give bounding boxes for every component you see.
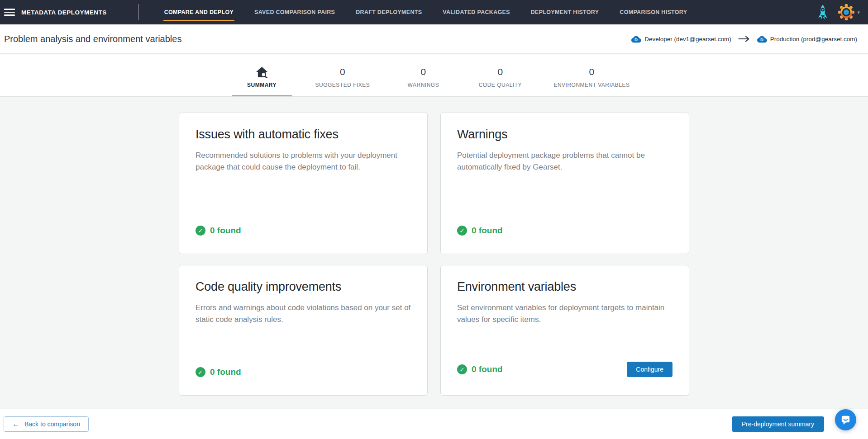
tab-environment-variables-count: 0 xyxy=(589,66,595,78)
app-brand-title: METADATA DEPLOYMENTS xyxy=(21,9,107,16)
target-org-label: Production (prod@gearset.com) xyxy=(770,36,857,42)
status-badge: ✓ 0 found xyxy=(196,367,241,377)
gearset-avatar-icon xyxy=(838,4,855,21)
nav-item-validated-packages[interactable]: VALIDATED PACKAGES xyxy=(443,0,510,24)
card-title: Environment variables xyxy=(457,280,672,294)
configure-button[interactable]: Configure xyxy=(627,362,672,377)
card-title: Warnings xyxy=(457,127,672,142)
primary-nav: COMPARE AND DEPLOY SAVED COMPARISON PAIR… xyxy=(164,0,687,24)
navbar-divider xyxy=(138,4,139,20)
status-text: 0 found xyxy=(472,364,503,374)
tab-code-quality-count: 0 xyxy=(498,66,503,78)
cloud-org-icon: D xyxy=(631,35,641,43)
rocket-icon[interactable] xyxy=(817,4,829,20)
summary-card-grid: Issues with automatic fixes Recommended … xyxy=(179,113,689,396)
check-circle-icon: ✓ xyxy=(196,226,205,236)
main-content: Issues with automatic fixes Recommended … xyxy=(0,97,868,409)
status-text: 0 found xyxy=(210,226,241,236)
tab-suggested-fixes[interactable]: 0 SUGGESTED FIXES xyxy=(309,54,377,96)
page-title: Problem analysis and environment variabl… xyxy=(4,34,181,44)
card-description: Potential deployment package problems th… xyxy=(457,150,672,173)
pre-deployment-summary-button[interactable]: Pre-deployment summary xyxy=(732,416,824,432)
org-pair: D Developer (dev1@gearset.com) D Product… xyxy=(631,35,857,43)
status-text: 0 found xyxy=(210,367,241,377)
nav-item-draft-deployments[interactable]: DRAFT DEPLOYMENTS xyxy=(356,0,422,24)
card-description: Set environment variables for deployment… xyxy=(457,302,672,325)
tab-code-quality[interactable]: 0 CODE QUALITY xyxy=(470,54,530,96)
card-title: Issues with automatic fixes xyxy=(196,127,411,142)
card-environment-variables: Environment variables Set environment va… xyxy=(440,265,689,396)
account-menu-button[interactable]: ▾ xyxy=(838,4,860,21)
nav-item-deployment-history[interactable]: DEPLOYMENT HISTORY xyxy=(531,0,599,24)
cloud-org-icon: D xyxy=(757,35,767,43)
chat-launcher-button[interactable] xyxy=(835,409,856,430)
tab-suggested-fixes-count: 0 xyxy=(340,66,345,78)
chevron-down-icon: ▾ xyxy=(857,10,860,15)
card-warnings: Warnings Potential deployment package pr… xyxy=(440,113,689,254)
check-circle-icon: ✓ xyxy=(457,364,467,374)
tab-summary[interactable]: SUMMARY xyxy=(232,54,292,96)
page-header: Problem analysis and environment variabl… xyxy=(0,24,868,54)
nav-item-compare-and-deploy[interactable]: COMPARE AND DEPLOY xyxy=(164,0,234,24)
svg-text:D: D xyxy=(760,37,763,42)
tab-warnings[interactable]: 0 WARNINGS xyxy=(393,54,453,96)
app-window: METADATA DEPLOYMENTS COMPARE AND DEPLOY … xyxy=(0,0,868,439)
rocket-icon-svg xyxy=(817,4,829,20)
tab-environment-variables-label: ENVIRONMENT VARIABLES xyxy=(553,82,630,88)
card-title: Code quality improvements xyxy=(196,280,411,294)
top-navbar: METADATA DEPLOYMENTS COMPARE AND DEPLOY … xyxy=(0,0,868,24)
tab-summary-label: SUMMARY xyxy=(247,82,277,88)
card-description: Recommended solutions to problems with y… xyxy=(196,150,411,173)
back-to-comparison-button[interactable]: ← Back to comparison xyxy=(4,416,89,432)
action-footer: ← Back to comparison Pre-deployment summ… xyxy=(0,409,868,439)
check-circle-icon: ✓ xyxy=(196,367,205,377)
navbar-right-controls: ▾ xyxy=(817,4,860,21)
card-issues-with-automatic-fixes: Issues with automatic fixes Recommended … xyxy=(179,113,428,254)
home-search-icon xyxy=(256,66,268,78)
tab-suggested-fixes-label: SUGGESTED FIXES xyxy=(315,82,370,88)
tab-warnings-count: 0 xyxy=(421,66,426,78)
check-circle-icon: ✓ xyxy=(457,226,467,236)
svg-text:D: D xyxy=(634,37,638,42)
nav-item-saved-comparison-pairs[interactable]: SAVED COMPARISON PAIRS xyxy=(254,0,335,24)
tab-warnings-label: WARNINGS xyxy=(408,82,439,88)
tab-environment-variables[interactable]: 0 ENVIRONMENT VARIABLES xyxy=(547,54,636,96)
source-org-label: Developer (dev1@gearset.com) xyxy=(644,36,731,42)
chat-bubble-icon xyxy=(840,414,851,425)
analysis-tabs: SUMMARY 0 SUGGESTED FIXES 0 WARNINGS 0 C… xyxy=(232,54,636,96)
analysis-tab-strip: SUMMARY 0 SUGGESTED FIXES 0 WARNINGS 0 C… xyxy=(0,54,868,97)
card-description: Errors and warnings about code violation… xyxy=(196,302,411,325)
back-button-label: Back to comparison xyxy=(24,420,80,428)
source-org: D Developer (dev1@gearset.com) xyxy=(631,35,731,43)
card-code-quality-improvements: Code quality improvements Errors and war… xyxy=(179,265,428,396)
status-badge: ✓ 0 found xyxy=(196,226,241,236)
transfer-arrow-icon xyxy=(738,36,750,42)
nav-item-comparison-history[interactable]: COMPARISON HISTORY xyxy=(620,0,687,24)
status-badge: ✓ 0 found xyxy=(457,364,503,374)
hamburger-menu-icon[interactable] xyxy=(4,7,15,18)
target-org: D Production (prod@gearset.com) xyxy=(757,35,857,43)
status-badge: ✓ 0 found xyxy=(457,226,503,236)
left-arrow-icon: ← xyxy=(12,420,19,428)
status-text: 0 found xyxy=(472,226,503,236)
tab-code-quality-label: CODE QUALITY xyxy=(479,82,522,88)
